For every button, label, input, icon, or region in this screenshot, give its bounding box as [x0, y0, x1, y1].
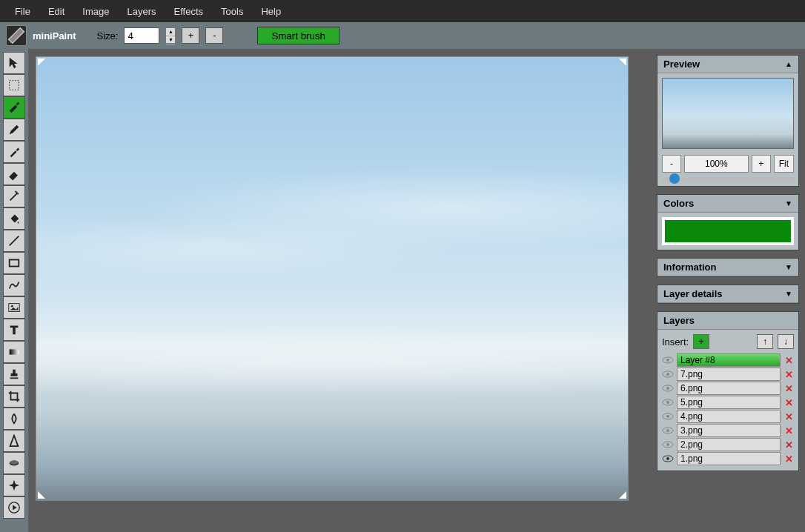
layers-header[interactable]: Layers	[657, 312, 798, 330]
layer-visibility-icon[interactable]	[662, 382, 674, 394]
layer-visibility-icon[interactable]	[662, 439, 674, 450]
menu-layers[interactable]: Layers	[119, 6, 165, 17]
collapse-icon[interactable]: ▲	[785, 60, 792, 68]
information-header[interactable]: Information ▼	[657, 259, 798, 276]
colors-header[interactable]: Colors ▼	[657, 195, 798, 213]
right-panels: Preview ▲ - 100% + Fit Colors ▼	[651, 49, 805, 532]
size-minus-button[interactable]: -	[205, 27, 223, 44]
layer-visibility-icon[interactable]	[662, 425, 674, 436]
layer-row: 6.png✕	[662, 382, 794, 395]
tool-eraser-icon[interactable]	[3, 163, 25, 185]
layer-visibility-icon[interactable]	[662, 354, 674, 366]
corner-handle-tl[interactable]	[38, 59, 48, 69]
layer-add-button[interactable]: +	[693, 334, 709, 349]
svg-point-23	[666, 457, 669, 460]
layers-panel: Layers Insert: + ↑ ↓ Layer #8✕7.png✕6.pn…	[657, 311, 799, 471]
layer-delete-button[interactable]: ✕	[784, 425, 794, 436]
layer-delete-button[interactable]: ✕	[784, 383, 794, 394]
tool-magic-icon[interactable]	[3, 474, 25, 496]
layer-delete-button[interactable]: ✕	[784, 411, 794, 422]
layer-delete-button[interactable]: ✕	[784, 439, 794, 450]
corner-handle-bl[interactable]	[38, 488, 48, 499]
layer-delete-button[interactable]: ✕	[784, 369, 794, 380]
insert-label: Insert:	[662, 336, 689, 348]
layer-name[interactable]: Layer #8	[677, 353, 781, 367]
menu-tools[interactable]: Tools	[212, 6, 252, 17]
layer-delete-button[interactable]: ✕	[784, 355, 794, 366]
tool-pencil-icon[interactable]	[3, 119, 25, 141]
layer-name[interactable]: 6.png	[677, 382, 781, 395]
tool-gradient-icon[interactable]	[3, 341, 25, 363]
tool-rectangle-icon[interactable]	[3, 252, 25, 274]
colors-panel: Colors ▼	[657, 194, 799, 250]
preview-thumbnail[interactable]	[662, 78, 794, 149]
size-input[interactable]	[124, 27, 159, 44]
main-area: Preview ▲ - 100% + Fit Colors ▼	[0, 49, 805, 532]
tool-image-icon[interactable]	[3, 296, 25, 319]
menu-effects[interactable]: Effects	[165, 6, 213, 17]
collapse-icon[interactable]: ▼	[785, 199, 792, 207]
layer-details-header[interactable]: Layer details ▼	[657, 285, 798, 303]
layer-name[interactable]: 3.png	[677, 424, 781, 437]
tool-line-icon[interactable]	[3, 230, 25, 252]
tool-sharpen-icon[interactable]	[3, 430, 25, 452]
size-plus-button[interactable]: +	[182, 27, 199, 44]
svg-rect-1	[10, 260, 19, 267]
svg-point-15	[666, 401, 669, 404]
tool-brush-icon[interactable]	[3, 96, 25, 119]
tool-freeform-icon[interactable]	[3, 274, 25, 296]
tool-selection-icon[interactable]	[3, 74, 25, 96]
menu-help[interactable]: Help	[252, 6, 290, 17]
preview-header[interactable]: Preview ▲	[657, 56, 798, 73]
layer-name[interactable]: 7.png	[677, 368, 781, 381]
zoom-in-button[interactable]: +	[752, 155, 771, 173]
tool-distort-icon[interactable]	[3, 452, 25, 474]
tool-pointer-icon[interactable]	[3, 52, 25, 74]
tool-stamp-icon[interactable]	[3, 363, 25, 385]
canvas-area	[28, 49, 651, 532]
layers-title: Layers	[663, 315, 695, 326]
color-swatch[interactable]	[662, 217, 794, 245]
size-spinner[interactable]: ▲▼	[165, 27, 176, 44]
layer-name[interactable]: 5.png	[677, 396, 781, 409]
corner-handle-tr[interactable]	[616, 59, 626, 69]
layer-visibility-icon[interactable]	[662, 368, 674, 380]
layer-name[interactable]: 2.png	[677, 438, 781, 451]
smart-brush-button[interactable]: Smart brush	[257, 27, 339, 44]
information-title: Information	[663, 262, 717, 273]
menu-edit[interactable]: Edit	[39, 6, 73, 17]
layer-up-button[interactable]: ↑	[757, 334, 773, 349]
zoom-value[interactable]: 100%	[684, 155, 749, 173]
tool-eyedropper-icon[interactable]	[3, 141, 25, 163]
menu-image[interactable]: Image	[73, 6, 118, 17]
corner-handle-br[interactable]	[616, 488, 626, 499]
layer-visibility-icon[interactable]	[662, 453, 674, 465]
menu-file[interactable]: File	[6, 6, 39, 17]
tool-play-icon[interactable]	[3, 496, 25, 519]
tool-wand-icon[interactable]	[3, 185, 25, 207]
zoom-slider-thumb[interactable]	[669, 173, 680, 184]
tool-text-icon[interactable]	[3, 319, 25, 341]
layer-row: 1.png✕	[662, 452, 794, 465]
collapse-icon[interactable]: ▼	[785, 263, 792, 271]
svg-point-9	[666, 359, 669, 362]
zoom-fit-button[interactable]: Fit	[774, 155, 794, 173]
preview-panel: Preview ▲ - 100% + Fit	[657, 55, 799, 187]
tool-blur-icon[interactable]	[3, 408, 25, 430]
layer-name[interactable]: 1.png	[677, 452, 781, 465]
canvas[interactable]	[36, 56, 629, 501]
layer-name[interactable]: 4.png	[677, 410, 781, 423]
app-title: miniPaint	[33, 30, 76, 41]
zoom-slider[interactable]	[662, 177, 794, 182]
svg-rect-0	[10, 81, 19, 90]
layer-visibility-icon[interactable]	[662, 410, 674, 422]
zoom-out-button[interactable]: -	[662, 155, 681, 173]
tool-crop-icon[interactable]	[3, 385, 25, 408]
layer-visibility-icon[interactable]	[662, 396, 674, 408]
collapse-icon[interactable]: ▼	[785, 290, 792, 298]
layer-down-button[interactable]: ↓	[778, 334, 794, 349]
layer-delete-button[interactable]: ✕	[784, 397, 794, 408]
layer-delete-button[interactable]: ✕	[784, 453, 794, 465]
menubar: File Edit Image Layers Effects Tools Hel…	[0, 0, 805, 22]
tool-fill-icon[interactable]	[3, 207, 25, 230]
